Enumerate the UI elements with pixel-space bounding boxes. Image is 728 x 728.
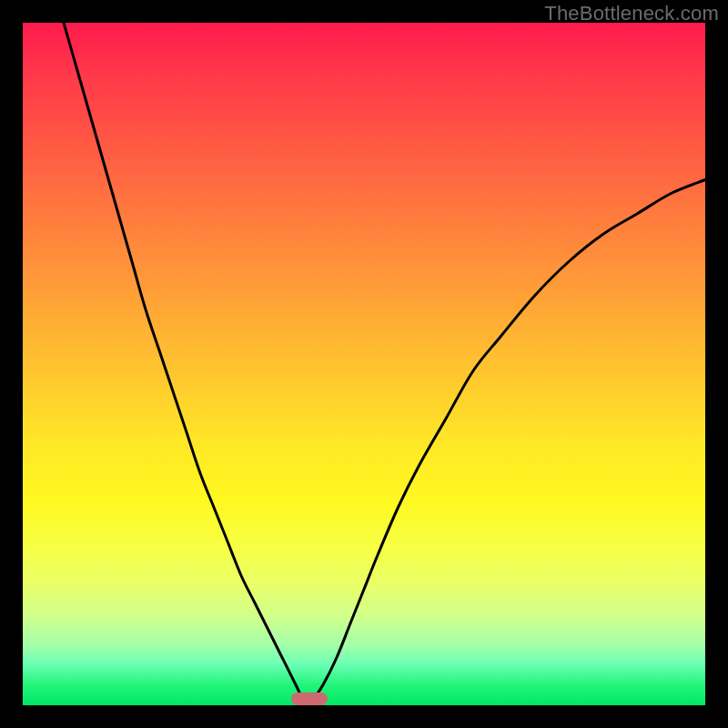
curve-left <box>64 23 309 705</box>
watermark-text: TheBottleneck.com <box>544 2 719 25</box>
minimum-marker <box>291 693 328 705</box>
curve-right <box>309 180 705 706</box>
chart-frame: TheBottleneck.com <box>0 0 728 728</box>
plot-area <box>23 23 705 705</box>
curves-svg <box>23 23 705 705</box>
